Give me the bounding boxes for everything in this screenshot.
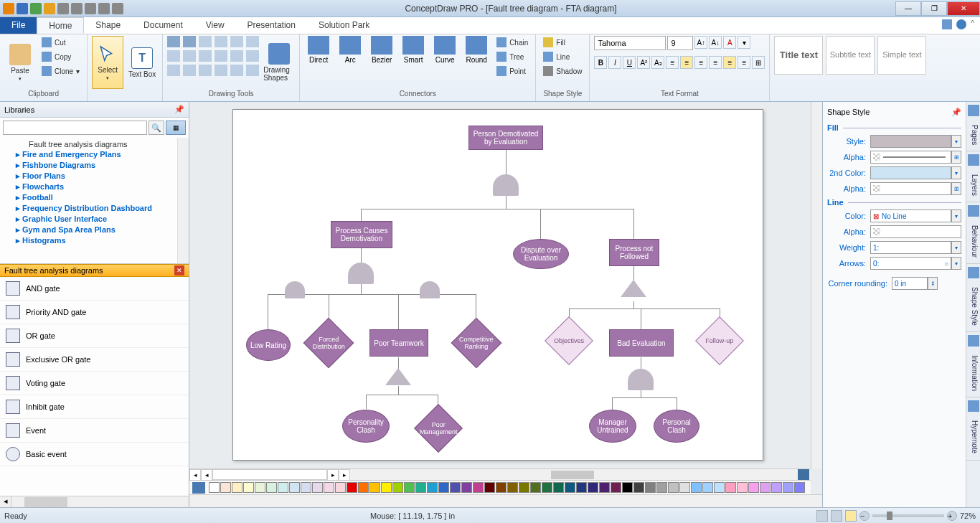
shape-item[interactable]: Exclusive OR gate: [0, 348, 189, 372]
color-swatch[interactable]: [381, 482, 392, 493]
maximize-button[interactable]: ❐: [921, 1, 947, 16]
color-swatch[interactable]: [611, 482, 621, 493]
fill-style-select[interactable]: [870, 135, 951, 148]
drawing-shapes-button[interactable]: Drawing Shapes: [263, 36, 295, 89]
shape-item[interactable]: Voting gate: [0, 372, 189, 395]
dropdown-icon[interactable]: ▾: [951, 166, 961, 179]
qat-icon[interactable]: [98, 3, 110, 14]
tab-behaviour[interactable]: Behaviour: [966, 220, 980, 264]
tree-item[interactable]: Fault tree analysis diagrams: [3, 139, 186, 149]
second-color-select[interactable]: [870, 166, 951, 179]
zoom-out-icon[interactable]: −: [859, 511, 870, 521]
scrollbar[interactable]: [177, 138, 189, 263]
color-swatch[interactable]: [427, 482, 438, 493]
diagram-node[interactable]: Personal Clash: [654, 410, 699, 443]
line-button[interactable]: Line: [540, 50, 585, 63]
color-swatch[interactable]: [519, 482, 529, 493]
color-swatch[interactable]: [760, 482, 771, 493]
preset-title[interactable]: Title text: [774, 36, 823, 75]
information-icon[interactable]: [968, 335, 979, 347]
color-swatch[interactable]: [588, 482, 598, 493]
dropdown-icon[interactable]: ▾: [951, 135, 961, 148]
tree-item[interactable]: ▸ Football: [3, 192, 186, 203]
color-swatch[interactable]: [347, 482, 357, 493]
diagram-node[interactable]: Forced Distribution: [303, 318, 354, 369]
bold-icon[interactable]: B: [594, 56, 607, 69]
corner-icon[interactable]: [798, 469, 809, 481]
qat-save-icon[interactable]: [17, 3, 28, 14]
tab-document[interactable]: Document: [132, 17, 194, 34]
clone-button[interactable]: Clone ▾: [39, 65, 83, 77]
shape-item[interactable]: Inhibit gate: [0, 395, 189, 419]
fill-button[interactable]: Fill: [540, 36, 585, 49]
dropdown-icon[interactable]: ▾: [951, 257, 961, 270]
cut-button[interactable]: Cut: [39, 36, 83, 49]
select-tool[interactable]: Select▾: [92, 36, 123, 89]
tab-view[interactable]: View: [194, 17, 236, 34]
color-swatch[interactable]: [576, 482, 587, 493]
tab-layers[interactable]: Layers: [966, 169, 980, 202]
fontsize-select[interactable]: [667, 36, 693, 50]
tree-item[interactable]: ▸ Fishbone Diagrams: [3, 160, 186, 171]
color-swatch[interactable]: [691, 482, 702, 493]
font-more-icon[interactable]: ▾: [738, 36, 750, 49]
tree-item[interactable]: ▸ Graphic User Interface: [3, 214, 186, 225]
color-swatch[interactable]: [209, 482, 220, 493]
color-swatch[interactable]: [633, 482, 644, 493]
align-top-icon[interactable]: ≡: [709, 56, 722, 69]
color-swatch[interactable]: [530, 482, 541, 493]
and-gate[interactable]: [285, 281, 305, 298]
help-icon[interactable]: [956, 19, 966, 29]
color-swatch[interactable]: [794, 482, 805, 493]
connector-smart[interactable]: Smart: [399, 36, 428, 64]
qat-icon[interactable]: [30, 3, 42, 14]
dropdown-icon[interactable]: ▾: [951, 241, 961, 254]
scrollbar-horizontal[interactable]: ◂◂▸▸: [189, 468, 811, 480]
dropdown-icon[interactable]: ▾: [951, 209, 961, 222]
color-swatch[interactable]: [553, 482, 564, 493]
color-swatch[interactable]: [392, 482, 403, 493]
hand-tool-icon[interactable]: [816, 510, 828, 522]
copy-button[interactable]: Copy: [39, 50, 83, 63]
page[interactable]: Person Demotivated by Evaluation Process…: [232, 109, 763, 461]
color-swatch[interactable]: [266, 482, 277, 493]
palette-picker-icon[interactable]: [192, 482, 205, 494]
alpha-slider[interactable]: [870, 151, 951, 164]
shape-item[interactable]: AND gate: [0, 277, 189, 301]
tree-item[interactable]: ▸ Floor Plans: [3, 171, 186, 182]
diagram-node[interactable]: Poor Teamwork: [369, 329, 428, 357]
or-gate[interactable]: [628, 369, 654, 390]
pin-icon[interactable]: 📌: [951, 108, 961, 117]
color-swatch[interactable]: [484, 482, 495, 493]
preset-simple[interactable]: Simple text: [877, 36, 926, 75]
color-swatch[interactable]: [496, 482, 507, 493]
align-middle-icon[interactable]: ≡: [723, 56, 736, 69]
or-gate[interactable]: [348, 263, 374, 284]
collapse-ribbon-icon[interactable]: ^: [971, 19, 974, 32]
color-swatch[interactable]: [312, 482, 323, 493]
align-left-icon[interactable]: ≡: [666, 56, 679, 69]
color-swatch[interactable]: [783, 482, 793, 493]
decrease-font-icon[interactable]: A↓: [709, 36, 722, 49]
line-color-select[interactable]: ⊠No Line: [870, 209, 951, 222]
close-icon[interactable]: ✕: [174, 265, 184, 275]
tab-information[interactable]: Information: [966, 349, 980, 397]
or-gate[interactable]: [493, 174, 519, 196]
color-swatch[interactable]: [565, 482, 575, 493]
qat-icon[interactable]: [112, 3, 123, 14]
color-swatch[interactable]: [725, 482, 736, 493]
tab-presentation[interactable]: Presentation: [236, 17, 307, 34]
qat-redo-icon[interactable]: [71, 3, 83, 14]
tab-shapestyle[interactable]: Shape Style: [966, 281, 980, 332]
library-tree[interactable]: Fault tree analysis diagrams ▸ Fire and …: [0, 138, 189, 264]
connector-arc[interactable]: Arc: [336, 36, 364, 64]
diagram-node[interactable]: Person Demotivated by Evaluation: [468, 126, 543, 150]
increase-font-icon[interactable]: A↑: [694, 36, 707, 49]
shape-item[interactable]: Basic event: [0, 443, 189, 466]
or-gate-tri[interactable]: [621, 280, 646, 297]
color-swatch[interactable]: [507, 482, 518, 493]
zoom-in-icon[interactable]: +: [947, 511, 957, 521]
color-swatch[interactable]: [771, 482, 782, 493]
color-swatch[interactable]: [748, 482, 759, 493]
format-more-icon[interactable]: ⊞: [752, 56, 765, 69]
